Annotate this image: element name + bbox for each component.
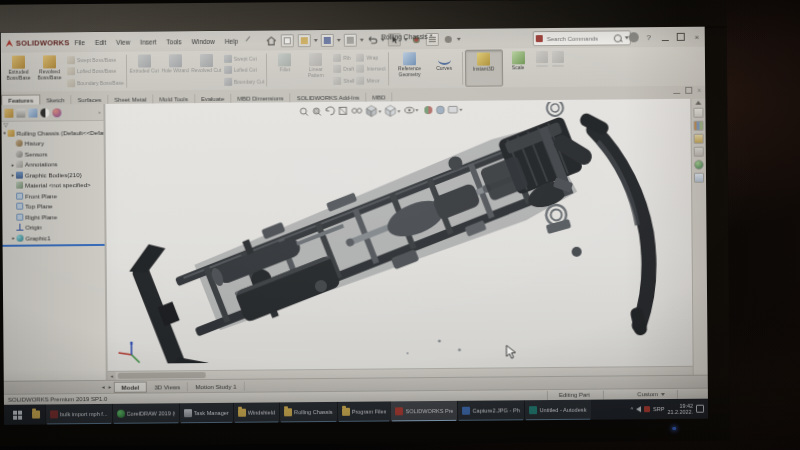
task-pane-expand-icon[interactable]	[695, 101, 701, 105]
ribbon-button-extruded-cut[interactable]: Extruded Cut	[129, 52, 160, 89]
user-login-icon[interactable]	[629, 32, 639, 42]
taskbar-app-windshield[interactable]: Windshield	[233, 402, 280, 422]
pin-menu-icon[interactable]	[246, 36, 255, 45]
search-icon[interactable]	[614, 34, 622, 42]
doc-tab-motion-study[interactable]: Motion Study 1	[188, 381, 244, 390]
tab-sheet-metal[interactable]: Sheet Metal	[108, 94, 153, 103]
open-dropdown-icon[interactable]	[314, 39, 318, 42]
tab-evaluate[interactable]: Evaluate	[195, 94, 231, 103]
taskbar-app-coreldraw[interactable]: CorelDRAW 2019 (6...	[112, 403, 179, 424]
tab-sketch[interactable]: Sketch	[40, 95, 71, 104]
restore-button[interactable]	[675, 31, 687, 43]
doc-tab-model[interactable]: Model	[113, 381, 147, 392]
file-explorer-pane-icon[interactable]	[694, 134, 704, 144]
taskbar-app-rolling-chassis[interactable]: Rolling Chassis	[279, 402, 337, 423]
language-indicator[interactable]: SRP	[653, 406, 665, 412]
design-library-icon[interactable]	[694, 121, 704, 131]
start-button[interactable]	[7, 405, 27, 425]
doc-restore-icon[interactable]	[685, 87, 692, 94]
menu-help[interactable]: Help	[220, 37, 243, 44]
tab-surfaces[interactable]: Surfaces	[72, 95, 109, 104]
taskbar-app-photos[interactable]: Capture2.JPG - Pho...	[457, 400, 524, 421]
search-input[interactable]	[545, 35, 614, 42]
help-icon[interactable]: ?	[643, 31, 655, 43]
doc-minimize-icon[interactable]	[673, 93, 680, 94]
menu-insert[interactable]: Insert	[135, 38, 161, 45]
taskbar-clock[interactable]: 19:42 21.2.2022.	[667, 403, 693, 415]
ribbon-button-reference-geometry[interactable]: Reference Geometry	[390, 50, 428, 87]
dimxpert-manager-tab-icon[interactable]	[40, 108, 49, 117]
ribbon-button-lofted-boss[interactable]: Lofted Boss/Base	[65, 66, 124, 78]
undo-icon[interactable]	[367, 34, 378, 45]
print-dropdown-icon[interactable]	[360, 38, 364, 41]
open-icon[interactable]	[298, 34, 311, 47]
view-palette-icon[interactable]	[694, 147, 704, 157]
scrollbar-thumb[interactable]	[118, 372, 206, 379]
feature-tree-tab-icon[interactable]	[4, 108, 13, 117]
tab-features[interactable]: Features	[1, 94, 40, 104]
tray-app-icon[interactable]	[644, 406, 650, 412]
new-file-icon[interactable]	[281, 34, 294, 47]
search-commands-box[interactable]	[533, 30, 631, 46]
menu-file[interactable]: File	[69, 39, 90, 46]
home-icon[interactable]	[266, 35, 277, 46]
print-icon[interactable]	[344, 33, 357, 46]
ribbon-button-shell[interactable]: Shell	[331, 75, 354, 86]
ribbon-button-lofted-cut[interactable]: Lofted Cut	[222, 65, 265, 76]
menu-view[interactable]: View	[111, 38, 135, 45]
ribbon-button-rib[interactable]: Rib	[331, 52, 354, 63]
ribbon-button-instant3d[interactable]: Instant3D	[464, 49, 502, 86]
minimize-button[interactable]	[659, 31, 671, 43]
doc-close-icon[interactable]: ×	[697, 87, 701, 94]
tray-chevron-icon[interactable]: ^	[630, 406, 633, 412]
action-center-icon[interactable]	[696, 405, 704, 413]
close-button[interactable]: ×	[691, 31, 703, 43]
appearances-scenes-icon[interactable]	[694, 160, 704, 170]
taskbar-app-program-files[interactable]: Program Files	[337, 401, 391, 421]
options-gear-icon[interactable]	[443, 33, 454, 44]
taskbar-app-task-manager[interactable]: Task Manager	[179, 403, 233, 423]
menu-edit[interactable]: Edit	[90, 38, 111, 45]
ribbon-button-fillet[interactable]: Fillet	[269, 51, 300, 88]
scroll-left-arrow-icon[interactable]: ◂	[108, 372, 116, 380]
tree-item-graphic1[interactable]: ▸Graphic1	[2, 232, 104, 243]
ribbon-button-swept-boss[interactable]: Swept Boss/Base	[65, 54, 124, 66]
ribbon-button-scale[interactable]: Scale	[502, 49, 533, 86]
property-manager-tab-icon[interactable]	[16, 108, 25, 117]
taskbar-app-autodesk[interactable]: Untitled - Autodesk...	[524, 400, 591, 421]
ribbon-button-hole-wizard[interactable]: Hole Wizard	[160, 52, 191, 89]
graphics-viewport[interactable]: ◂	[105, 99, 707, 380]
ribbon-button-boundary-boss[interactable]: Boundary Boss/Base	[65, 77, 124, 89]
configuration-manager-tab-icon[interactable]	[28, 108, 37, 117]
ribbon-button-disabled-extra-1[interactable]	[533, 49, 549, 86]
ribbon-button-extruded-boss[interactable]: Extruded Boss/Base	[3, 54, 34, 91]
taskbar-app-bulk-import[interactable]: bulk import mph f...	[45, 404, 112, 425]
rollback-bar[interactable]	[3, 243, 105, 246]
doc-tab-3d-views[interactable]: 3D Views	[147, 382, 188, 391]
ribbon-button-draft[interactable]: Draft	[331, 64, 354, 75]
taskbar-app-solidworks[interactable]: SOLIDWORKS Prem...	[390, 401, 457, 422]
menu-window[interactable]: Window	[187, 37, 220, 44]
ribbon-button-revolved-boss[interactable]: Revolved Boss/Base	[34, 53, 65, 90]
custom-properties-icon[interactable]	[694, 173, 704, 183]
ribbon-button-intersect[interactable]: Intersect	[354, 63, 385, 74]
ribbon-button-mirror[interactable]: Mirror	[355, 75, 386, 86]
volume-icon[interactable]	[636, 406, 641, 412]
ribbon-button-revolved-cut[interactable]: Revolved Cut	[191, 52, 222, 89]
solidworks-resources-icon[interactable]	[693, 108, 703, 118]
display-manager-tab-icon[interactable]	[52, 108, 61, 117]
ribbon-button-boundary-cut[interactable]: Boundary Cut	[222, 76, 265, 87]
tab-mbd[interactable]: MBD	[366, 92, 392, 101]
file-explorer-taskbar-icon[interactable]	[27, 404, 45, 424]
status-units-dropdown[interactable]: Custom	[637, 391, 666, 397]
ribbon-button-linear-pattern[interactable]: Linear Pattern	[300, 51, 331, 88]
tab-mold-tools[interactable]: Mold Tools	[153, 94, 195, 103]
ribbon-button-wrap[interactable]: Wrap	[354, 52, 385, 63]
menu-tools[interactable]: Tools	[161, 38, 186, 45]
save-dropdown-icon[interactable]	[337, 38, 341, 41]
tree-tabs-overflow-icon[interactable]: ›	[98, 109, 100, 115]
ribbon-button-curves[interactable]: Curves	[428, 50, 459, 87]
ribbon-button-swept-cut[interactable]: Swept Cut	[222, 53, 265, 64]
options-dropdown-icon[interactable]	[457, 37, 461, 40]
ribbon-button-disabled-extra-2[interactable]	[549, 49, 565, 86]
